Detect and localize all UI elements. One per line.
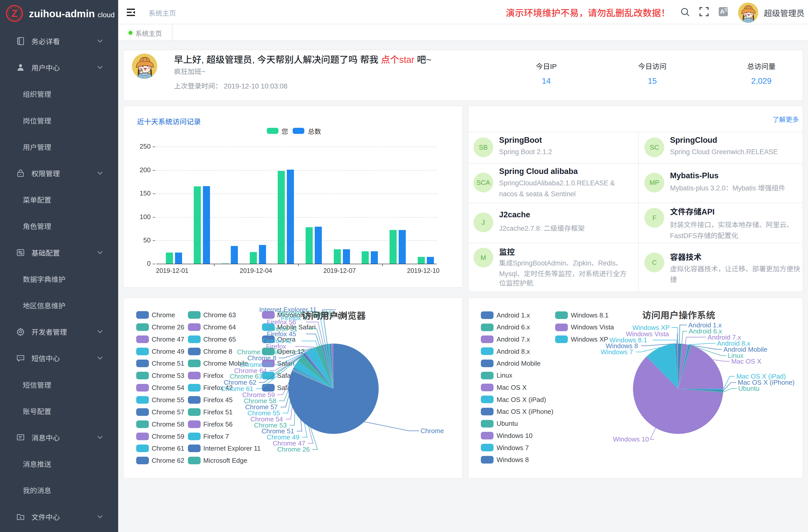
svg-text:Z: Z xyxy=(12,8,18,19)
